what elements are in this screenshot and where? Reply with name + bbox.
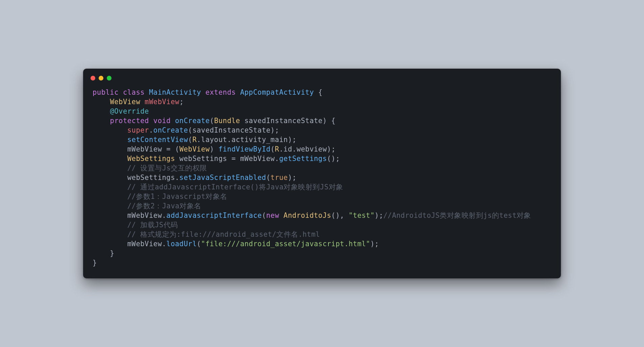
r-class: R <box>192 136 197 144</box>
method-setjavascriptenabled: setJavaScriptEnabled <box>179 174 266 182</box>
dot: . <box>162 211 167 219</box>
param-name: savedInstanceState <box>240 117 323 125</box>
semicolon: ; <box>179 98 184 106</box>
dot: . <box>275 155 279 163</box>
type-bundle: Bundle <box>214 117 240 125</box>
indent <box>93 117 110 125</box>
indent <box>93 174 127 182</box>
close-icon[interactable] <box>91 76 95 80</box>
paren-close: ); <box>327 145 336 153</box>
keyword-void: void <box>153 117 171 125</box>
r-activity-main: activity_main <box>231 136 288 144</box>
field-mwebview: mWebView <box>240 155 275 163</box>
method-oncreate-call: onCreate <box>153 126 188 134</box>
keyword-new: new <box>266 211 279 219</box>
dot: . <box>227 136 231 144</box>
code-line: // 格式规定为:file:///android_asset/文件名.html <box>93 230 551 239</box>
code-line: // 通过addJavascriptInterface()将Java对象映射到J… <box>93 182 551 192</box>
method-setcontentview: setContentView <box>127 136 188 144</box>
paren-brace: ) { <box>323 117 336 125</box>
args: (savedInstanceState); <box>188 126 279 134</box>
indent <box>93 249 110 257</box>
code-line: setContentView(R.layout.activity_main); <box>93 135 551 144</box>
indent <box>93 98 110 106</box>
field-mwebview: mWebView <box>127 240 162 248</box>
method-loadurl: loadUrl <box>166 240 197 248</box>
string-test: "test" <box>349 211 375 219</box>
dot: . <box>292 145 297 153</box>
code-line: WebSettings webSettings = mWebView.getSe… <box>93 154 551 163</box>
indent <box>93 230 127 238</box>
keyword-super: super <box>127 126 149 134</box>
paren-close: ); <box>375 211 383 219</box>
comment: // 加载JS代码 <box>127 221 178 229</box>
method-addjavascriptinterface: addJavascriptInterface <box>166 211 262 219</box>
code-line: protected void onCreate(Bundle savedInst… <box>93 116 551 125</box>
paren-close: ); <box>370 240 379 248</box>
comment: // 设置与Js交互的权限 <box>127 164 207 172</box>
paren-close: ); <box>288 136 297 144</box>
code-line: mWebView.addJavascriptInterface(new Andr… <box>93 211 551 220</box>
r-layout: layout <box>201 136 227 144</box>
indent <box>93 240 127 248</box>
dot: . <box>279 145 283 153</box>
indent <box>93 164 127 172</box>
comment-inline: //AndroidtoJS类对象映射到js的test对象 <box>383 211 531 219</box>
paren-close: (); <box>327 155 340 163</box>
class-name: MainActivity <box>149 88 201 96</box>
code-block: public class MainActivity extends AppCom… <box>83 88 561 268</box>
cast-webview: WebView <box>179 145 210 153</box>
paren-open: ( <box>271 145 275 153</box>
code-line: mWebView = (WebView) findViewById(R.id.w… <box>93 144 551 154</box>
r-webview: webview <box>297 145 327 153</box>
dot: . <box>149 126 153 134</box>
indent <box>93 126 127 134</box>
class-androidtojs: AndroidtoJs <box>279 211 331 219</box>
superclass-name: AppCompatActivity <box>240 88 314 96</box>
field-name: mWebView <box>140 98 179 106</box>
code-line: @Override <box>93 107 551 116</box>
brace-close: } <box>110 249 114 257</box>
code-line: public class MainActivity extends AppCom… <box>93 88 551 97</box>
minimize-icon[interactable] <box>99 76 103 80</box>
code-line: } <box>93 249 551 258</box>
comment: // 通过addJavascriptInterface()将Java对象映射到J… <box>127 183 343 191</box>
code-line: webSettings.setJavaScriptEnabled(true); <box>93 173 551 182</box>
brace-close: } <box>93 259 97 267</box>
indent <box>93 202 127 210</box>
code-line: // 加载JS代码 <box>93 220 551 230</box>
dot: . <box>175 174 179 182</box>
annotation-override: @Override <box>110 107 149 115</box>
keyword-protected: protected <box>110 117 149 125</box>
dot: . <box>197 136 201 144</box>
code-line: super.onCreate(savedInstanceState); <box>93 125 551 135</box>
comment: //参数2：Java对象名 <box>127 202 201 210</box>
code-line: WebView mWebView; <box>93 97 551 107</box>
paren-close: ); <box>288 174 297 182</box>
code-window: public class MainActivity extends AppCom… <box>83 69 561 278</box>
paren-open: ( <box>188 136 193 144</box>
method-findviewbyid: findViewById <box>218 145 270 153</box>
indent <box>93 221 127 229</box>
indent <box>93 183 127 191</box>
method-getsettings: getSettings <box>279 155 327 163</box>
code-line: } <box>93 258 551 268</box>
field-mwebview: mWebView <box>127 211 162 219</box>
maximize-icon[interactable] <box>107 76 112 80</box>
indent <box>93 155 127 163</box>
indent <box>93 107 110 115</box>
var-websettings: webSettings <box>127 174 175 182</box>
type-websettings: WebSettings <box>127 155 175 163</box>
var-websettings: webSettings = <box>175 155 240 163</box>
code-line: //参数2：Java对象名 <box>93 201 551 211</box>
string-url: "file:///android_asset/javascript.html" <box>201 240 370 248</box>
indent <box>93 192 127 201</box>
paren-open: ( <box>262 211 266 219</box>
stage: public class MainActivity extends AppCom… <box>0 0 644 347</box>
dot: . <box>162 240 167 248</box>
indent <box>93 136 127 144</box>
code-line: //参数1：Javascript对象名 <box>93 192 551 201</box>
keyword-public: public <box>93 88 119 96</box>
indent <box>93 211 127 219</box>
args: (), <box>331 211 348 219</box>
